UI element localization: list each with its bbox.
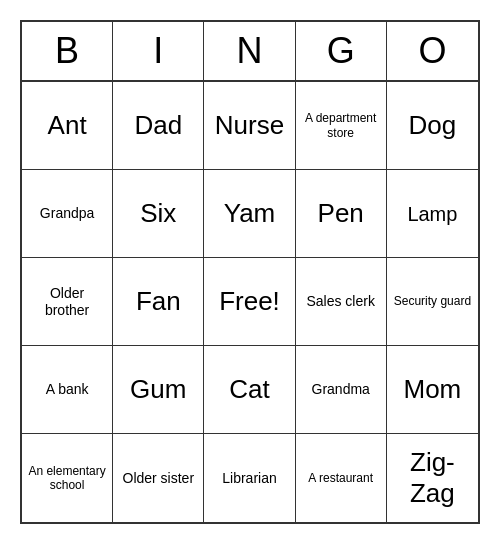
bingo-cell: A bank <box>22 346 113 434</box>
bingo-card: BINGO AntDadNurseA department storeDogGr… <box>20 20 480 524</box>
cell-text: Older brother <box>26 285 108 319</box>
cell-text: Zig-Zag <box>391 447 474 509</box>
cell-text: Security guard <box>394 294 471 308</box>
cell-text: Dog <box>409 110 457 141</box>
cell-text: Six <box>140 198 176 229</box>
bingo-cell: Dad <box>113 82 204 170</box>
cell-text: Grandma <box>312 381 370 398</box>
bingo-cell: Librarian <box>204 434 295 522</box>
bingo-cell: Lamp <box>387 170 478 258</box>
bingo-cell: A restaurant <box>296 434 387 522</box>
bingo-cell: Six <box>113 170 204 258</box>
bingo-cell: Nurse <box>204 82 295 170</box>
header-letter: O <box>387 22 478 80</box>
bingo-cell: Grandpa <box>22 170 113 258</box>
bingo-cell: Older brother <box>22 258 113 346</box>
cell-text: Nurse <box>215 110 284 141</box>
cell-text: Fan <box>136 286 181 317</box>
bingo-cell: Yam <box>204 170 295 258</box>
cell-text: Dad <box>134 110 182 141</box>
bingo-cell: Dog <box>387 82 478 170</box>
bingo-grid: AntDadNurseA department storeDogGrandpaS… <box>22 82 478 522</box>
bingo-cell: Free! <box>204 258 295 346</box>
bingo-cell: Grandma <box>296 346 387 434</box>
cell-text: Grandpa <box>40 205 94 222</box>
bingo-header: BINGO <box>22 22 478 82</box>
cell-text: A department store <box>300 111 382 140</box>
cell-text: Older sister <box>123 470 195 487</box>
cell-text: Librarian <box>222 470 276 487</box>
header-letter: G <box>296 22 387 80</box>
bingo-cell: A department store <box>296 82 387 170</box>
bingo-cell: Pen <box>296 170 387 258</box>
bingo-cell: Cat <box>204 346 295 434</box>
cell-text: Pen <box>318 198 364 229</box>
bingo-cell: Older sister <box>113 434 204 522</box>
cell-text: Sales clerk <box>306 293 374 310</box>
header-letter: I <box>113 22 204 80</box>
bingo-cell: Zig-Zag <box>387 434 478 522</box>
cell-text: Lamp <box>407 202 457 226</box>
bingo-cell: An elementary school <box>22 434 113 522</box>
bingo-cell: Security guard <box>387 258 478 346</box>
header-letter: B <box>22 22 113 80</box>
bingo-cell: Ant <box>22 82 113 170</box>
cell-text: An elementary school <box>26 464 108 493</box>
cell-text: Cat <box>229 374 269 405</box>
cell-text: Ant <box>48 110 87 141</box>
bingo-cell: Sales clerk <box>296 258 387 346</box>
cell-text: A restaurant <box>308 471 373 485</box>
cell-text: Mom <box>404 374 462 405</box>
bingo-cell: Gum <box>113 346 204 434</box>
cell-text: Gum <box>130 374 186 405</box>
header-letter: N <box>204 22 295 80</box>
cell-text: A bank <box>46 381 89 398</box>
cell-text: Yam <box>224 198 276 229</box>
cell-text: Free! <box>219 286 280 317</box>
bingo-cell: Fan <box>113 258 204 346</box>
bingo-cell: Mom <box>387 346 478 434</box>
